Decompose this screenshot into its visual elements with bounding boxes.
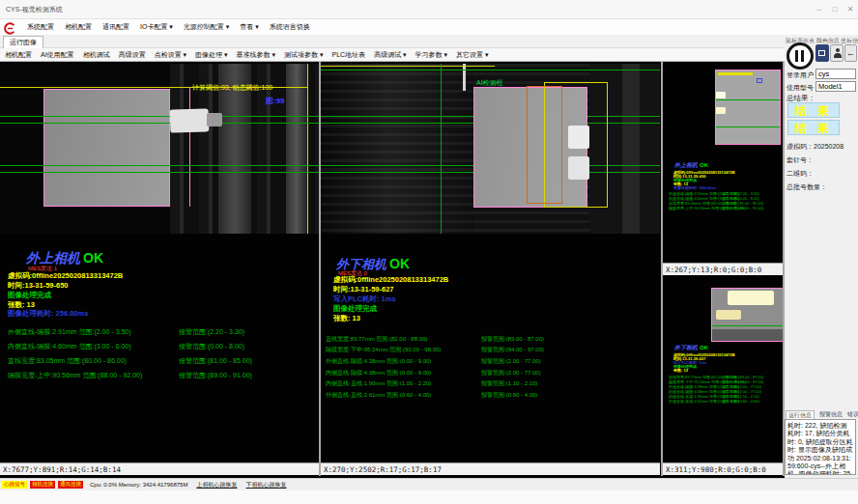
virtual-code-value: 20250208 — [814, 143, 844, 150]
toolbar-image-processing[interactable]: 图像处理 ▾ — [195, 50, 227, 60]
camera-icon — [818, 50, 825, 56]
alarm-range: 报警范围:(0.00 - 8.00) — [179, 342, 244, 351]
machine-band — [286, 64, 307, 234]
menu-system-config[interactable]: 系统配置 — [27, 22, 54, 32]
coord-bar-thumb-lower: X:311;Y:980;R:0;G:0;B:0 — [663, 462, 783, 475]
panel-divider — [661, 62, 663, 476]
measurement-row: 直线宽度:83.05mm 范围:(80.00 - 86.00) 报警范围:(81… — [8, 356, 127, 366]
toolbar-test-params[interactable]: 测试项参数 ▾ — [284, 50, 323, 60]
status-bar: 心跳信号 相机连接 通讯连接 Cpu: 0.0% Memory: 3424.41… — [0, 478, 858, 490]
connector-tail — [207, 113, 222, 126]
menu-language[interactable]: 系统语言切换 — [270, 22, 310, 32]
measurement-row: 内侧直线-隔膜:4.38mm 范围:(0.00 - 9.00) 报警范围:(2.… — [326, 369, 431, 378]
menu-light-config[interactable]: 光源控制配置 ▾ — [184, 22, 229, 32]
thumb-title-upper: 外上相机OK — [674, 161, 708, 170]
alarm-range: 报警范围:(2.20 - 3.30) — [179, 327, 244, 337]
measurement-value: 内侧直线-隔膜:4.38mm 范围:(0.00 - 9.00) — [326, 370, 431, 376]
toolbar-ai-config[interactable]: AI使用配置 — [41, 50, 74, 60]
measurement-row: 外侧直线-隔膜:4.38mm 范围:(0.00 - 9.00) 报警范围:(2.… — [326, 357, 431, 366]
measurement-value: 直线宽度:83.05mm 范围:(80.00 - 86.00) — [8, 357, 127, 364]
toolbar-plc-address[interactable]: PLC地址表 — [332, 50, 366, 60]
upper-camera-heartbeat-link[interactable]: 上相机心跳恢复 — [196, 481, 237, 490]
time-line: 时间:13-31-59-627 — [333, 285, 394, 294]
roi-line-pink — [189, 87, 190, 207]
title-bar: CYS-视觉检测系统 – □ ✕ — [0, 0, 858, 19]
sidebar: 鼠标所在点 颜色信息 坐标信息 ← 登录用户： 使用型号： 总结果： 结 果 结… — [785, 35, 858, 478]
toolbar-advanced-settings[interactable]: 高级设置 — [119, 50, 146, 60]
lower-camera-heartbeat-link[interactable]: 下相机心跳恢复 — [245, 481, 286, 490]
toolbar-advanced-debug[interactable]: 高级调试 ▾ — [374, 50, 406, 60]
comm-connect-badge: 通讯连接 — [58, 481, 83, 489]
camera-name: 外上相机 — [26, 250, 80, 266]
toolbar-spot-check[interactable]: 点检设置 ▾ — [155, 50, 186, 60]
toolbar-camera-debug[interactable]: 相机调试 — [83, 50, 110, 60]
baseline-green — [712, 325, 784, 326]
back-arrow-icon: ← — [846, 48, 855, 58]
tab-run-image[interactable]: 运行图像 — [3, 36, 43, 48]
toolbar-camera-config[interactable]: 相机配置 — [5, 50, 32, 60]
connector-highlight — [715, 107, 726, 114]
alarm-range: 报警范围:(94.00 - 97.00) — [481, 346, 544, 354]
menu-bar: 系统配置 相机配置 通讯配置 IO卡配置 ▾ 光源控制配置 ▾ 查看 ▾ 系统语… — [0, 19, 858, 35]
user-button[interactable] — [830, 44, 844, 62]
film-region-outline — [43, 89, 170, 207]
thumb-title-lower: 外下相机OK — [674, 344, 708, 352]
process-done-line: 图像处理完成 — [8, 291, 51, 300]
baseline-green — [0, 172, 319, 173]
barcode-line: 虚拟码:0ffline2025020813313472B — [333, 275, 448, 285]
camera-thumb-lower[interactable] — [711, 288, 785, 342]
coord-bar-lower: X:270;Y:2502;R:17;G:17;B:17 — [321, 462, 660, 475]
toolbar: 相机配置 AI使用配置 相机调试 高级设置 点检设置 ▾ 图像处理 ▾ 基准线参… — [0, 48, 858, 62]
menu-comm-config[interactable]: 通讯配置 — [102, 22, 129, 32]
menu-view[interactable]: 查看 ▾ — [240, 22, 258, 32]
toolbar-learning-params[interactable]: 学习参数 ▾ — [415, 50, 447, 60]
blue-marker — [757, 78, 762, 83]
virtual-code-row: 虚拟码：20250208 — [786, 142, 844, 152]
result-box-lower: 结 果 — [787, 120, 840, 135]
minimize-button[interactable]: – — [812, 5, 827, 14]
alarm-range: 报警范围:(2.00 - 77.00) — [481, 357, 541, 366]
measurement-row: 直线宽度:83.77mm 范围:(82.00 - 88.00) 报警范围:(83… — [326, 335, 427, 344]
camera-name: 外上相机 — [674, 162, 698, 168]
login-user-input[interactable] — [815, 69, 856, 79]
toolbar-baseline-params[interactable]: 基准线参数 ▾ — [237, 50, 275, 60]
baseline-green — [0, 165, 319, 166]
back-button[interactable]: ← — [844, 44, 857, 62]
pause-button[interactable] — [786, 42, 814, 70]
baseline-green-vertical — [441, 64, 442, 234]
baseline-green — [716, 99, 780, 100]
alarm-range: 报警范围:(1.10 - 2.10) — [481, 379, 537, 388]
toolbar-other-settings[interactable]: 其它设置 ▾ — [456, 50, 488, 60]
frame-count-line: 张数: 13 — [673, 368, 688, 373]
status-ok: OK — [83, 250, 103, 266]
elapsed-line: 图像处理耗时: 256.00ms — [8, 309, 88, 319]
baseline-green — [0, 116, 319, 117]
tab-row: 运行图像 — [0, 35, 858, 48]
coord-bar-thumb-upper: X:267;Y:13;R:0;G:0;B:0 — [663, 263, 783, 275]
maximize-button[interactable]: □ — [827, 5, 843, 14]
user-icon — [834, 53, 842, 58]
camera-thumb-upper[interactable] — [715, 70, 781, 145]
status-ok: OK — [700, 345, 708, 350]
measurement-value: 外侧直线-隔膜:2.91mm 范围:(2.00 - 3.50) — [8, 328, 131, 335]
measurement-value: 直线宽度:83.77mm 范围:(82.00 - 88.00) — [326, 336, 427, 342]
qr-code-label: 二维码： — [786, 169, 814, 179]
camera-view-upper[interactable]: 计算阈值:93, 动态阈值:100 图:99 — [0, 64, 319, 234]
connector-part — [568, 126, 589, 149]
status-ok: OK — [700, 162, 708, 168]
model-input[interactable] — [815, 81, 856, 92]
camera-view-lower[interactable]: AI检测框 — [321, 64, 660, 234]
menu-io-config[interactable]: IO卡配置 ▾ — [140, 22, 173, 32]
machine-band — [622, 64, 640, 234]
measurement-row: 隔膜宽度-上中:90.56mm 范围:(88.00 - 92.00) 报警范围:… — [669, 206, 746, 210]
baseline-green — [716, 126, 780, 127]
panel-divider — [319, 62, 321, 476]
menu-camera-config[interactable]: 相机配置 — [65, 22, 92, 32]
baseline-green — [321, 70, 660, 70]
measurement-value: 内侧直线-直线:1.90mm 范围:(1.00 - 2.20) — [326, 380, 431, 386]
close-button[interactable]: ✕ — [843, 5, 858, 14]
camera-button[interactable] — [815, 44, 829, 62]
main-viewer: 计算阈值:93, 动态阈值:100 图:99 外上相机OK MES发送:1 虚拟… — [0, 62, 858, 476]
needle-number-label: 套针号： — [786, 155, 814, 165]
run-log[interactable]: 耗时: 222, 缺陷检测耗时: 17, 缺陷分类耗时: 0, 缺陷提取分区耗时… — [785, 419, 856, 475]
